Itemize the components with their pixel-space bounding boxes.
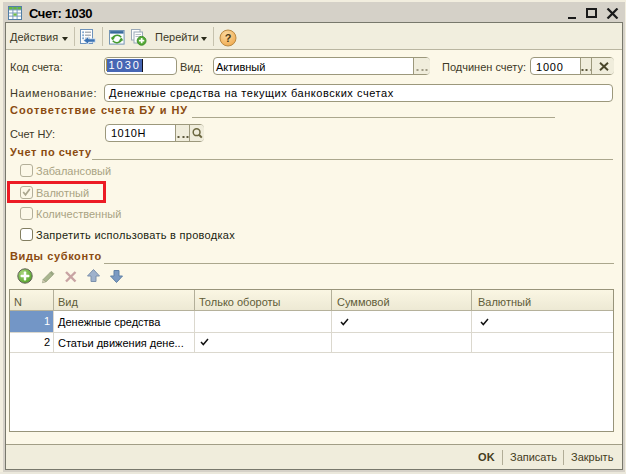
svg-text:?: ? (225, 32, 232, 44)
